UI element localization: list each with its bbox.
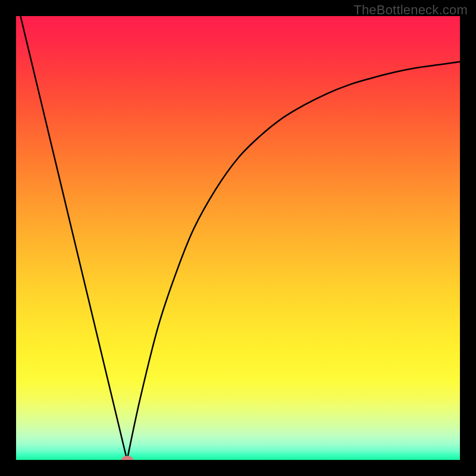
optimal-point-marker (121, 456, 133, 460)
plot-area (16, 16, 460, 460)
bottleneck-curve (16, 16, 460, 460)
watermark-text: TheBottleneck.com (353, 2, 468, 18)
chart-container: TheBottleneck.com (0, 0, 476, 476)
curve-path (20, 16, 460, 460)
